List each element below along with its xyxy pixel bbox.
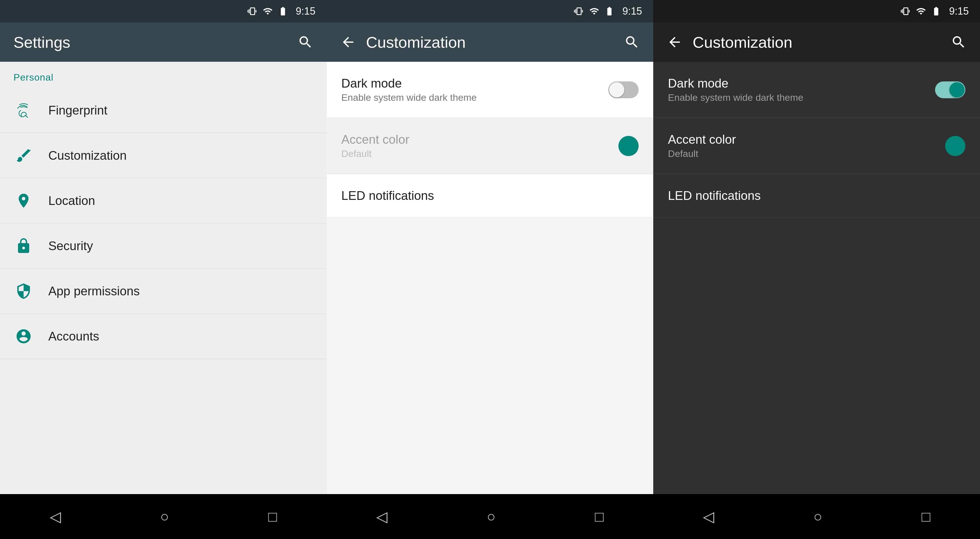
signal-icon [263, 6, 273, 16]
menu-item-fingerprint[interactable]: Fingerprint [0, 88, 327, 133]
brush-icon [13, 146, 34, 166]
account-icon [13, 326, 34, 346]
home-button-1[interactable]: ○ [160, 508, 169, 525]
accent-color-row-light[interactable]: Accent color Default [327, 118, 654, 174]
dark-mode-row-light[interactable]: Dark mode Enable system wide dark theme [327, 62, 654, 118]
dark-mode-text-dark: Dark mode Enable system wide dark theme [668, 76, 935, 103]
status-bar-3: 9:15 [653, 0, 980, 22]
accent-color-row-dark[interactable]: Accent color Default [653, 118, 980, 174]
nav-bar-2: ◁ ○ □ [327, 494, 654, 539]
customization-label: Customization [48, 149, 127, 163]
status-icons-2: 9:15 [574, 5, 642, 17]
battery-icon [278, 6, 288, 16]
accent-color-subtitle-dark: Default [668, 148, 945, 159]
status-time-1: 9:15 [296, 5, 315, 17]
search-icon-3[interactable] [951, 34, 967, 50]
status-bar-1: 9:15 [0, 0, 327, 22]
status-icons-3: 9:15 [901, 5, 969, 17]
accent-color-title-dark: Accent color [668, 133, 945, 147]
status-icons-1: 9:15 [248, 5, 315, 17]
settings-title: Settings [13, 33, 298, 51]
vibrate-icon-3 [901, 6, 911, 16]
menu-item-accounts[interactable]: Accounts [0, 314, 327, 359]
fingerprint-icon [13, 100, 34, 120]
back-button-1[interactable]: ◁ [50, 508, 61, 525]
customization-title-light: Customization [366, 33, 624, 51]
status-time-2: 9:15 [622, 5, 642, 17]
panel-customization-dark: 9:15 Customization Dark mode Enable syst… [653, 0, 980, 539]
app-bar-settings: Settings [0, 22, 327, 62]
app-permissions-label: App permissions [48, 284, 140, 298]
fingerprint-label: Fingerprint [48, 103, 107, 117]
security-icon [13, 236, 34, 256]
app-bar-customization-light: Customization [327, 22, 654, 62]
search-icon[interactable] [298, 34, 313, 50]
toggle-thumb-dark-mode-dark [950, 82, 964, 97]
panel-customization-light: 9:15 Customization Dark mode Enable syst… [327, 0, 654, 539]
dark-mode-title-dark: Dark mode [668, 76, 935, 90]
nav-bar-1: ◁ ○ □ [0, 494, 327, 539]
recents-button-1[interactable]: □ [268, 508, 277, 525]
dark-mode-toggle-dark[interactable] [935, 81, 966, 98]
dark-mode-text-light: Dark mode Enable system wide dark theme [341, 76, 609, 103]
location-label: Location [48, 194, 95, 208]
menu-item-location[interactable]: Location [0, 178, 327, 224]
led-row-dark[interactable]: LED notifications [653, 174, 980, 217]
accounts-label: Accounts [48, 329, 99, 343]
panel-settings: 9:15 Settings Personal Fingerprint Custo… [0, 0, 327, 539]
home-button-3[interactable]: ○ [813, 508, 822, 525]
shield-icon [13, 281, 34, 301]
section-personal: Personal [0, 62, 327, 88]
menu-item-app-permissions[interactable]: App permissions [0, 269, 327, 314]
customization-dark-content: Dark mode Enable system wide dark theme … [653, 62, 980, 494]
accent-color-text-dark: Accent color Default [668, 133, 945, 159]
security-label: Security [48, 239, 93, 253]
led-title-light: LED notifications [341, 189, 434, 203]
customization-title-dark: Customization [692, 33, 951, 51]
led-title-dark: LED notifications [668, 189, 966, 203]
dark-mode-toggle-light[interactable] [608, 81, 639, 98]
accent-color-title-light: Accent color [341, 133, 619, 147]
dark-mode-subtitle-dark: Enable system wide dark theme [668, 92, 935, 103]
search-icon-2[interactable] [624, 34, 640, 50]
signal-icon-2 [589, 6, 599, 16]
toggle-thumb-dark-mode-light [609, 82, 624, 97]
nav-bar-3: ◁ ○ □ [653, 494, 980, 539]
customization-light-content: Dark mode Enable system wide dark theme … [327, 62, 654, 494]
menu-item-security[interactable]: Security [0, 224, 327, 269]
accent-color-text-light: Accent color Default [341, 133, 619, 159]
back-arrow-icon-3[interactable] [667, 34, 682, 50]
dark-mode-row-dark[interactable]: Dark mode Enable system wide dark theme [653, 62, 980, 118]
status-time-3: 9:15 [949, 5, 969, 17]
led-text-dark: LED notifications [668, 189, 966, 203]
home-button-2[interactable]: ○ [487, 508, 496, 525]
accent-color-subtitle-light: Default [341, 148, 619, 159]
recents-button-2[interactable]: □ [595, 508, 603, 525]
app-bar-customization-dark: Customization [653, 22, 980, 62]
battery-icon-2 [605, 6, 614, 16]
dark-mode-subtitle-light: Enable system wide dark theme [341, 92, 609, 103]
recents-button-3[interactable]: □ [921, 508, 930, 525]
accent-color-circle-light[interactable] [619, 136, 639, 156]
led-row-light[interactable]: LED notifications [327, 174, 654, 217]
back-button-3[interactable]: ◁ [703, 508, 714, 525]
location-icon [13, 190, 34, 211]
menu-item-customization[interactable]: Customization [0, 133, 327, 178]
vibrate-icon [248, 6, 258, 16]
battery-icon-3 [931, 6, 941, 16]
accent-color-circle-dark[interactable] [945, 136, 966, 156]
back-button-2[interactable]: ◁ [376, 508, 387, 525]
status-bar-2: 9:15 [327, 0, 654, 22]
signal-icon-3 [916, 6, 926, 16]
vibrate-icon-2 [574, 6, 584, 16]
back-arrow-icon-2[interactable] [340, 34, 356, 50]
dark-mode-title-light: Dark mode [341, 76, 609, 90]
settings-content: Personal Fingerprint Customization Locat… [0, 62, 327, 494]
